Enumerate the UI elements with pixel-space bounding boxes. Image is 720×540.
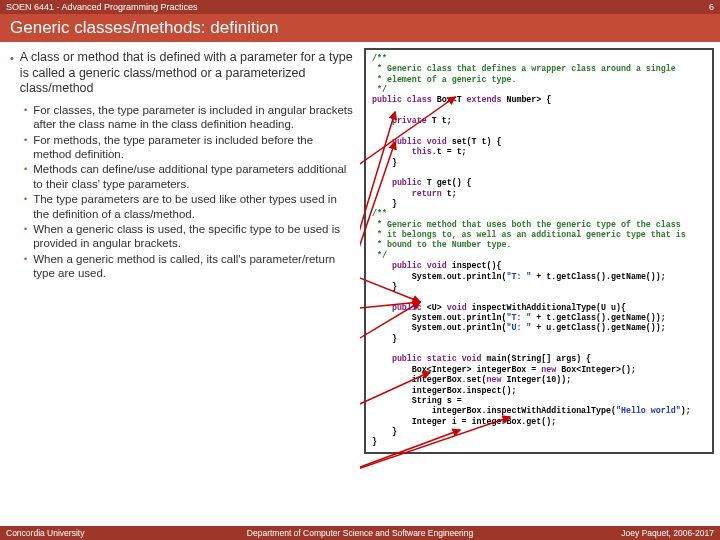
code-box: /** * Generic class that defines a wrapp… (364, 48, 714, 454)
footer-bar: Concordia University Department of Compu… (0, 526, 720, 540)
page-number: 6 (709, 0, 714, 14)
top-bar: SOEN 6441 - Advanced Programming Practic… (0, 0, 720, 14)
main-bullet: • A class or method that is defined with… (10, 50, 354, 97)
bullet-dot-icon: • (24, 224, 27, 251)
main-bullet-text: A class or method that is defined with a… (20, 50, 354, 97)
bullet-dot-icon: • (10, 52, 14, 97)
footer-right: Joey Paquet, 2006-2017 (621, 526, 714, 540)
bullet-dot-icon: • (24, 194, 27, 221)
sub-bullets: •For classes, the type parameter is incl… (10, 103, 354, 281)
sub-bullet-text: The type parameters are to be used like … (33, 192, 354, 221)
sub-bullet-text: When a generic class is used, the specif… (33, 222, 354, 251)
sub-bullet-text: For classes, the type parameter is inclu… (33, 103, 354, 132)
left-column: • A class or method that is defined with… (0, 42, 360, 526)
slide-title: Generic classes/methods: definition (0, 14, 720, 42)
right-column: /** * Generic class that defines a wrapp… (360, 42, 720, 526)
bullet-dot-icon: • (24, 105, 27, 132)
course-label: SOEN 6441 - Advanced Programming Practic… (6, 0, 198, 14)
bullet-dot-icon: • (24, 254, 27, 281)
footer-left: Concordia University (6, 526, 84, 540)
footer-mid: Department of Computer Science and Softw… (247, 526, 473, 540)
content-area: • A class or method that is defined with… (0, 42, 720, 526)
sub-bullet-text: Methods can define/use additional type p… (33, 162, 354, 191)
sub-bullet-text: When a generic method is called, its cal… (33, 252, 354, 281)
bullet-dot-icon: • (24, 164, 27, 191)
sub-bullet-text: For methods, the type parameter is inclu… (33, 133, 354, 162)
bullet-dot-icon: • (24, 135, 27, 162)
